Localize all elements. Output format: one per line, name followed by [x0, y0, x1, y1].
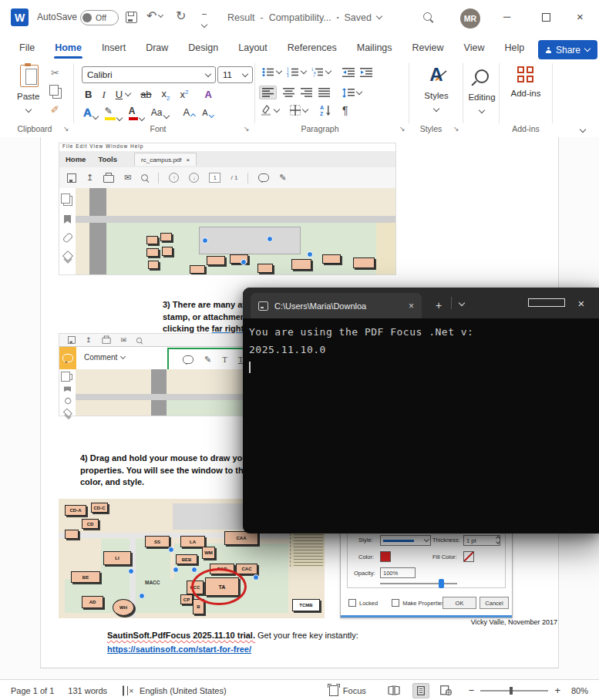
clear-formatting-button[interactable]: A — [205, 89, 212, 100]
terminal-close-button[interactable]: × — [564, 297, 599, 310]
comment-icon[interactable] — [258, 173, 269, 182]
justify-button[interactable] — [318, 88, 330, 97]
highlight-button[interactable]: ✎ — [105, 105, 122, 120]
word-count[interactable]: 131 words — [68, 686, 107, 695]
copy-button[interactable] — [49, 85, 62, 99]
thickness-spinner[interactable] — [496, 534, 500, 544]
font-dialog-launcher[interactable]: ↘ — [244, 125, 250, 133]
acrobat-home-tab[interactable]: Home — [66, 155, 86, 163]
acrobat-tools-tab[interactable]: Tools — [98, 155, 117, 163]
superscript-button[interactable]: x2 — [180, 89, 189, 100]
terminal-window[interactable]: C:\Users\Maria\Downloa × + × You are usi… — [243, 288, 599, 533]
tab-mailings[interactable]: Mailings — [347, 35, 402, 60]
undo-button[interactable]: ↶ — [146, 8, 163, 23]
tab-review[interactable]: Review — [402, 35, 454, 60]
tab-insert[interactable]: Insert — [92, 35, 136, 60]
styles-button[interactable]: A Styles — [417, 66, 456, 113]
word-logo-icon[interactable]: W — [11, 8, 29, 26]
tab-layout[interactable]: Layout — [228, 35, 278, 60]
line-spacing-button[interactable] — [342, 88, 362, 98]
italic-button[interactable]: I — [102, 89, 105, 101]
shading-button[interactable] — [261, 105, 279, 116]
close-icon[interactable]: × — [187, 156, 190, 163]
text-tool-icon[interactable]: T — [222, 355, 227, 364]
grow-font-button[interactable]: A — [183, 106, 196, 118]
web-layout-button[interactable] — [440, 685, 452, 695]
zoom-level[interactable]: 80% — [571, 686, 588, 695]
email-icon[interactable]: ✉ — [124, 173, 131, 183]
maximize-button[interactable] — [542, 13, 550, 22]
font-color-button[interactable]: A — [129, 105, 144, 120]
document-area[interactable]: File Edit View Window Help Home Tools rc… — [0, 137, 599, 679]
clipboard-dialog-launcher[interactable]: ↘ — [63, 125, 69, 133]
opacity-slider-track[interactable] — [380, 583, 457, 584]
layers-icon[interactable] — [62, 251, 72, 261]
pen-icon[interactable]: ✎ — [279, 173, 286, 183]
bullets-button[interactable] — [262, 67, 281, 77]
shrink-font-button[interactable]: A — [202, 108, 213, 117]
share-button[interactable]: Share — [538, 40, 597, 59]
paste-button[interactable]: Paste — [17, 65, 39, 114]
save-icon[interactable] — [67, 173, 76, 183]
save-icon[interactable] — [68, 336, 76, 344]
styles-dialog-launcher[interactable]: ↘ — [453, 125, 459, 133]
tab-design[interactable]: Design — [178, 35, 228, 60]
tab-draw[interactable]: Draw — [136, 35, 178, 60]
print-icon[interactable] — [102, 338, 110, 344]
decrease-indent-button[interactable] — [342, 68, 355, 77]
collapse-ribbon-button[interactable] — [580, 123, 585, 134]
tab-home[interactable]: Home — [45, 35, 92, 60]
editing-button[interactable]: Editing — [466, 68, 498, 115]
font-size-select[interactable]: 11 — [217, 66, 253, 83]
cancel-button[interactable]: Cancel — [480, 597, 509, 609]
upload-icon[interactable]: ↥ — [86, 336, 92, 344]
language-status[interactable]: English (United States) — [140, 686, 227, 695]
layers-icon[interactable] — [63, 409, 72, 418]
locked-checkbox[interactable]: Locked — [348, 599, 378, 607]
focus-mode-button[interactable]: Focus — [329, 685, 366, 696]
terminal-maximize-button[interactable] — [528, 298, 564, 309]
comment-tool-active[interactable] — [59, 347, 76, 369]
window-title[interactable]: Result - Compatibility... • Saved — [177, 0, 432, 35]
align-right-button[interactable] — [301, 88, 312, 97]
acrobat-document-tab[interactable]: rc_campus.pdf × — [134, 153, 197, 166]
subscript-button[interactable]: x2 — [162, 88, 170, 102]
search-icon[interactable] — [136, 337, 142, 342]
tab-file[interactable]: File — [9, 35, 45, 60]
align-left-button[interactable] — [259, 86, 277, 99]
new-tab-button[interactable]: + — [436, 299, 442, 311]
increase-indent-button[interactable] — [360, 68, 372, 77]
font-name-select[interactable]: Calibri — [82, 66, 216, 83]
multilevel-list-button[interactable]: 1ai — [311, 67, 331, 77]
bookmarks-icon[interactable] — [64, 215, 71, 224]
color-swatch[interactable] — [380, 551, 391, 562]
thickness-input[interactable]: 1 pt — [463, 535, 500, 546]
highlight-pen-icon[interactable]: ✎ — [204, 355, 211, 365]
tab-help[interactable]: Help — [494, 35, 534, 60]
underline-button[interactable]: U — [116, 89, 130, 100]
autosave-toggle[interactable]: Off — [80, 10, 119, 25]
attachments-icon[interactable] — [62, 232, 73, 244]
page-thumbnails-icon[interactable] — [63, 374, 72, 380]
avatar[interactable]: MR — [460, 8, 480, 29]
cut-button[interactable]: ✂ — [51, 67, 59, 79]
change-case-button[interactable]: Aa — [151, 107, 169, 118]
fill-color-swatch[interactable] — [463, 551, 474, 562]
tab-view[interactable]: View — [454, 35, 495, 60]
page-count[interactable]: Page 1 of 1 — [11, 686, 54, 695]
paragraph-dialog-launcher[interactable]: ↘ — [399, 125, 406, 133]
terminal-output[interactable]: You are using the PDF Focus .Net v: 2025… — [249, 323, 473, 373]
page-thumbnails-icon[interactable] — [63, 196, 72, 206]
terminal-title-bar[interactable]: C:\Users\Maria\Downloa × + × — [243, 288, 599, 318]
align-center-button[interactable] — [283, 88, 294, 97]
close-button[interactable]: × — [577, 10, 584, 23]
addins-button[interactable]: Add-ins — [501, 66, 550, 98]
zoom-out-button[interactable]: − — [469, 685, 475, 696]
attachments-icon[interactable] — [63, 396, 72, 406]
email-icon[interactable]: ✉ — [121, 336, 127, 344]
format-painter-button[interactable]: ✎ — [49, 105, 61, 113]
minimize-button[interactable]: ─ — [503, 11, 510, 22]
page-up-icon[interactable]: ↑ — [169, 173, 179, 183]
search-button[interactable] — [423, 12, 432, 21]
tab-close-icon[interactable]: × — [409, 301, 414, 311]
